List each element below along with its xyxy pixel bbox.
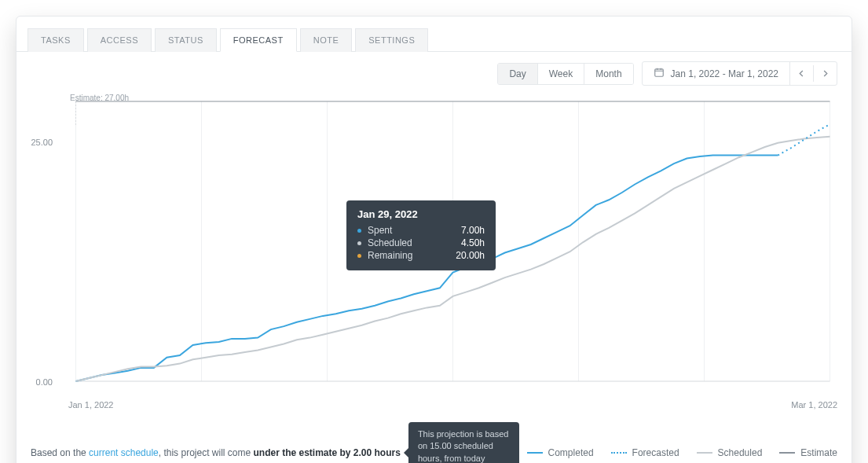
chart-controls: DayWeekMonth Jan 1, 2022 - Mar 1, 2022 xyxy=(16,52,852,90)
x-axis-labels: Jan 1, 2022 Mar 1, 2022 xyxy=(16,397,852,414)
legend-label: Completed xyxy=(548,447,594,458)
tooltip-scheduled: 4.50h xyxy=(461,237,485,248)
view-mode-week[interactable]: Week xyxy=(538,64,584,84)
tab-settings[interactable]: SETTINGS xyxy=(355,28,428,52)
tab-status[interactable]: STATUS xyxy=(155,28,217,52)
legend-item-estimate: Estimate xyxy=(779,447,837,458)
x-start-label: Jan 1, 2022 xyxy=(68,400,114,410)
legend-label: Forecasted xyxy=(632,447,679,458)
legend-swatch xyxy=(527,452,543,454)
tooltip-scheduled-label: Scheduled xyxy=(368,237,455,248)
current-schedule-link[interactable]: current schedule xyxy=(89,447,159,458)
legend-item-scheduled: Scheduled xyxy=(697,447,763,458)
legend-label: Estimate xyxy=(800,447,837,458)
footer: Based on the current schedule, this proj… xyxy=(16,414,852,463)
legend: CompletedForecastedScheduledEstimate xyxy=(527,447,837,458)
y-tick-0: 0.00 xyxy=(21,377,53,387)
forecast-card: TASKSACCESSSTATUSFORECASTNOTESETTINGS Da… xyxy=(16,16,852,463)
tooltip-spent: 7.00h xyxy=(461,225,485,236)
legend-item-forecasted: Forecasted xyxy=(611,447,679,458)
tooltip-date: Jan 29, 2022 xyxy=(357,208,485,220)
tab-note[interactable]: NOTE xyxy=(300,28,353,52)
y-tick-25: 25.00 xyxy=(21,138,53,147)
dot-remaining xyxy=(357,254,361,258)
dot-scheduled xyxy=(357,241,361,245)
projection-summary: Based on the current schedule, this proj… xyxy=(31,447,401,458)
view-mode-day[interactable]: Day xyxy=(498,64,537,84)
date-prev-button[interactable] xyxy=(790,65,813,82)
legend-swatch xyxy=(611,452,627,454)
dot-spent xyxy=(357,229,361,233)
date-range-input[interactable]: Jan 1, 2022 - Mar 1, 2022 xyxy=(643,62,790,85)
tab-tasks[interactable]: TASKS xyxy=(27,28,84,52)
date-range-text: Jan 1, 2022 - Mar 1, 2022 xyxy=(671,68,778,79)
estimate-label: Estimate: 27.00h xyxy=(70,94,129,102)
tab-access[interactable]: ACCESS xyxy=(87,28,152,52)
tab-bar: TASKSACCESSSTATUSFORECASTNOTESETTINGS xyxy=(16,17,852,52)
calendar-icon xyxy=(654,67,665,80)
tooltip-remaining: 20.00h xyxy=(456,250,485,261)
svg-rect-0 xyxy=(654,69,663,76)
chart-area: Estimate: 27.00h 25.00 0.00 Jan 29 xyxy=(16,90,852,397)
date-next-button[interactable] xyxy=(813,65,837,82)
legend-item-completed: Completed xyxy=(527,447,594,458)
legend-swatch xyxy=(779,452,795,454)
x-end-label: Mar 1, 2022 xyxy=(791,400,837,410)
tab-forecast[interactable]: FORECAST xyxy=(220,28,297,52)
projection-balloon: This projection is based on 15.00 schedu… xyxy=(408,422,519,463)
tooltip-remaining-label: Remaining xyxy=(368,250,449,261)
tooltip-spent-label: Spent xyxy=(368,225,455,236)
chart-tooltip: Jan 29, 2022 Spent 7.00h Scheduled 4.50h… xyxy=(346,200,496,270)
date-range-control: Jan 1, 2022 - Mar 1, 2022 xyxy=(642,61,837,86)
legend-label: Scheduled xyxy=(718,447,763,458)
view-mode-segment: DayWeekMonth xyxy=(497,63,633,85)
series-forecasted xyxy=(778,124,830,156)
view-mode-month[interactable]: Month xyxy=(584,64,632,84)
legend-swatch xyxy=(697,452,712,454)
